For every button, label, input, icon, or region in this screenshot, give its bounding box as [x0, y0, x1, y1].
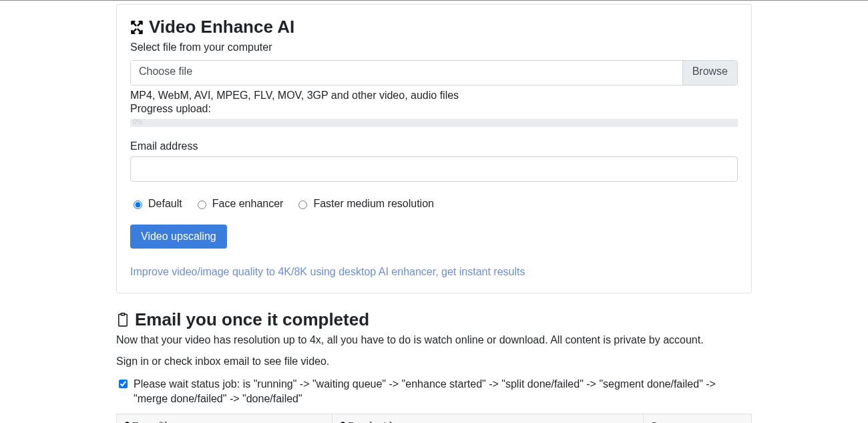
- results-table: From file Result video Status: [116, 414, 752, 423]
- enhance-options: Default Face enhancer Faster medium reso…: [130, 198, 738, 210]
- status-checkbox[interactable]: [119, 380, 128, 388]
- option-face[interactable]: Face enhancer: [194, 198, 284, 210]
- email-label: Email address: [130, 140, 738, 152]
- upload-card: Video Enhance AI Select file from your c…: [116, 4, 752, 293]
- table-header-from-label: From file: [132, 420, 172, 423]
- progress-label: Progress upload:: [130, 103, 738, 115]
- table-header-from: From file: [117, 414, 333, 423]
- option-face-label: Face enhancer: [212, 198, 284, 210]
- option-faster[interactable]: Faster medium resolution: [295, 198, 434, 210]
- table-header-status-label: Status: [650, 421, 680, 423]
- upload-title: Video Enhance AI: [130, 17, 738, 37]
- upload-subtitle: Select file from your computer: [130, 41, 738, 53]
- status-row: Please wait status job: is "running" -> …: [116, 377, 752, 407]
- status-text: Please wait status job: is "running" -> …: [134, 377, 752, 407]
- upload-progress-bar: 0%: [130, 119, 738, 127]
- table-header-status: Status: [644, 414, 752, 423]
- svg-rect-0: [119, 314, 127, 326]
- table-header-result-label: Result video: [348, 420, 401, 423]
- option-default-label: Default: [148, 198, 182, 210]
- results-intro: Now that your video has resolution up to…: [116, 334, 752, 346]
- upload-title-text: Video Enhance AI: [149, 17, 294, 37]
- option-faster-label: Faster medium resolution: [313, 198, 434, 210]
- progress-percent: 0%: [133, 118, 142, 126]
- results-title: Email you once it completed: [116, 309, 752, 330]
- file-picker[interactable]: Choose file Browse: [130, 60, 738, 86]
- signin-note: Sign in or check inbox email to see file…: [116, 356, 752, 368]
- option-face-radio[interactable]: [198, 200, 206, 209]
- results-title-text: Email you once it completed: [135, 309, 369, 330]
- option-faster-radio[interactable]: [298, 200, 307, 209]
- table-header-result: Result video: [333, 414, 644, 423]
- desktop-enhancer-link[interactable]: Improve video/image quality to 4K/8K usi…: [130, 266, 525, 277]
- option-default-radio[interactable]: [134, 200, 142, 209]
- option-default[interactable]: Default: [130, 198, 182, 210]
- file-picker-placeholder: Choose file: [131, 61, 682, 85]
- paste-icon: [116, 313, 130, 327]
- video-upscaling-button[interactable]: Video upscaling: [130, 225, 227, 249]
- browse-button[interactable]: Browse: [682, 61, 737, 85]
- email-field[interactable]: [130, 156, 738, 182]
- expand-arrows-icon: [130, 21, 144, 34]
- formats-hint: MP4, WebM, AVI, MPEG, FLV, MOV, 3GP and …: [130, 90, 738, 102]
- svg-rect-1: [121, 313, 125, 315]
